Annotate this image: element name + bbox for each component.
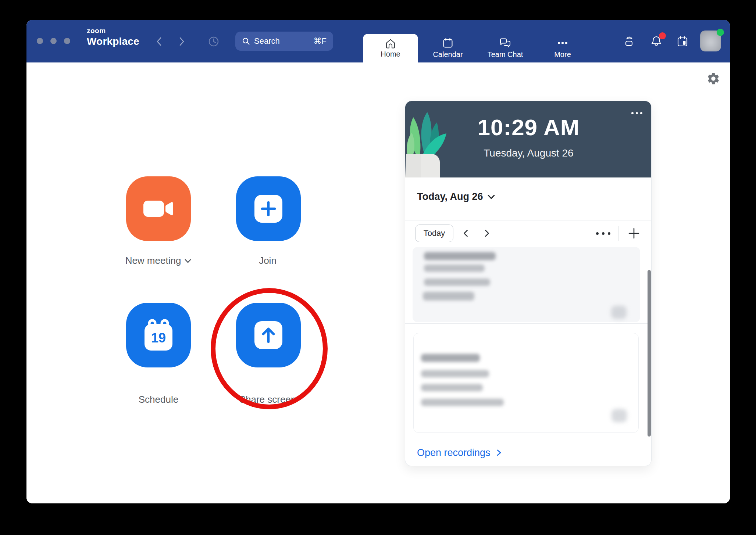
redacted-text-line [421, 370, 489, 377]
titlebar: zoom Workplace Search ⌘F [26, 20, 730, 62]
date-heading-dropdown[interactable]: Today, Aug 26 [417, 189, 495, 204]
add-meeting-button[interactable] [625, 225, 643, 242]
clock-time: 10:29 AM [405, 114, 652, 140]
divider [405, 220, 652, 220]
meeting-card[interactable] [413, 247, 640, 322]
clock-date: Tuesday, August 26 [405, 147, 652, 159]
redacted-text-line [424, 279, 490, 286]
search-icon [242, 37, 250, 45]
schedule-button[interactable]: 19 [126, 303, 191, 367]
next-day-button[interactable] [480, 227, 493, 240]
share-to-device-icon [623, 35, 636, 48]
prev-day-button[interactable] [459, 227, 472, 240]
window-controls[interactable] [37, 38, 70, 44]
mini-calendar-icon [676, 35, 689, 48]
tab-home[interactable]: Home [363, 34, 418, 62]
redacted-text-line [423, 292, 474, 301]
history-clock-icon [207, 35, 220, 48]
gear-icon [706, 72, 720, 86]
panel-more-button[interactable] [593, 230, 613, 236]
today-button-label: Today [424, 229, 445, 238]
zoom-workplace-window: zoom Workplace Search ⌘F [26, 20, 730, 503]
tab-calendar[interactable]: Calendar [422, 34, 474, 62]
meeting-card[interactable] [413, 333, 639, 433]
new-meeting-label-row[interactable]: New meeting [107, 255, 210, 266]
plus-icon [628, 227, 640, 239]
meetings-panel: 10:29 AM Tuesday, August 26 Today, Aug 2… [405, 101, 652, 466]
tab-calendar-label: Calendar [433, 50, 463, 59]
chevron-left-icon [463, 229, 469, 237]
chevron-right-icon [178, 37, 186, 46]
join-label: Join [216, 255, 319, 266]
tab-home-label: Home [381, 50, 400, 58]
share-screen-inner-tile [254, 321, 282, 349]
home-icon [385, 38, 396, 49]
redacted-text-line [421, 354, 480, 362]
settings-button[interactable] [706, 72, 720, 86]
redacted-text-line [424, 252, 496, 260]
divider [405, 323, 652, 324]
new-meeting-button[interactable] [126, 176, 191, 241]
search-shortcut: ⌘F [314, 36, 327, 46]
tab-team-chat[interactable]: Team Chat [479, 34, 531, 62]
home-content: 19 New meeting Join Schedule Share scree… [26, 62, 730, 503]
presence-status-dot [717, 29, 724, 36]
window-minimize-button[interactable] [50, 38, 57, 44]
screenshot-stage: zoom Workplace Search ⌘F [0, 0, 756, 535]
window-zoom-button[interactable] [64, 38, 70, 44]
chevron-right-icon [484, 229, 490, 237]
redacted-text-line [424, 265, 485, 272]
chevron-right-icon [496, 449, 502, 456]
window-close-button[interactable] [37, 38, 43, 44]
share-screen-label: Share screen [216, 394, 319, 405]
join-button[interactable] [236, 176, 301, 241]
chevron-down-icon [487, 194, 495, 200]
chevron-down-icon[interactable] [184, 258, 192, 263]
share-to-device-button[interactable] [623, 35, 636, 49]
chevron-left-icon [155, 37, 163, 46]
clock-card: 10:29 AM Tuesday, August 26 [405, 101, 652, 177]
open-recordings-link[interactable]: Open recordings [417, 439, 502, 466]
new-meeting-label: New meeting [125, 255, 181, 266]
redacted-avatar [611, 409, 627, 422]
date-heading-label: Today, Aug 26 [417, 191, 483, 202]
tab-more-label: More [554, 50, 571, 59]
share-screen-button[interactable] [236, 303, 301, 367]
tab-more[interactable]: More [537, 34, 588, 62]
plus-icon [260, 201, 277, 217]
toolbar-separator [618, 226, 618, 241]
forward-button[interactable] [176, 36, 187, 47]
calendar-icon [442, 37, 453, 49]
team-chat-icon [499, 37, 511, 49]
search-input[interactable]: Search ⌘F [235, 32, 333, 51]
notifications-button[interactable] [649, 35, 663, 49]
today-button[interactable]: Today [415, 225, 453, 242]
arrow-up-icon [260, 326, 277, 344]
panel-scrollbar[interactable] [648, 270, 651, 437]
history-button[interactable] [207, 35, 220, 48]
redacted-text-line [421, 399, 504, 406]
redacted-text-line [421, 384, 483, 391]
calendar-quick-button[interactable] [675, 35, 689, 49]
open-recordings-label: Open recordings [417, 447, 491, 459]
schedule-calendar-icon: 19 [142, 318, 175, 352]
redacted-avatar [611, 306, 627, 319]
video-camera-icon [143, 198, 174, 219]
schedule-label: Schedule [107, 394, 210, 405]
search-placeholder: Search [254, 36, 280, 46]
notification-badge [659, 32, 666, 39]
logo-zoom-text: zoom [87, 27, 139, 34]
more-dots-icon [556, 37, 569, 49]
back-button[interactable] [154, 36, 165, 47]
app-logo: zoom Workplace [87, 27, 139, 47]
join-inner-tile [254, 195, 282, 223]
tab-team-chat-label: Team Chat [488, 50, 523, 59]
logo-workplace-text: Workplace [87, 36, 139, 47]
schedule-day-number: 19 [151, 330, 166, 345]
